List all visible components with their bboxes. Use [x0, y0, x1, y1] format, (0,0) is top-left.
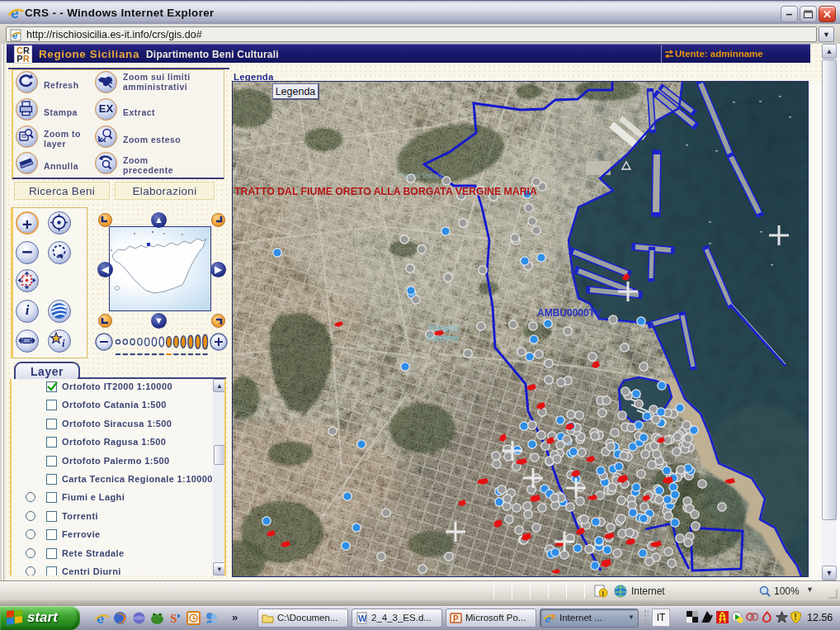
- svg-text:e: e: [12, 30, 18, 41]
- svg-text:S: S: [170, 612, 177, 625]
- svg-text:!: !: [602, 590, 604, 598]
- svg-text:2: 2: [551, 613, 555, 621]
- svg-text:TRATTO DAL FIUME ORETO ALLA BO: TRATTO DAL FIUME ORETO ALLA BORGATA VERG…: [234, 186, 537, 197]
- svg-text:!: !: [795, 613, 797, 622]
- svg-text:AMBU0000TV: AMBU0000TV: [537, 307, 602, 319]
- svg-text:W: W: [358, 613, 367, 623]
- svg-text:Palermo: Palermo: [427, 334, 459, 343]
- svg-text:P: P: [453, 614, 459, 623]
- svg-text:Palazzo: Palazzo: [429, 324, 459, 333]
- svg-text:i: i: [62, 337, 65, 349]
- svg-text:Piazza Vittorio: Piazza Vittorio: [398, 172, 445, 180]
